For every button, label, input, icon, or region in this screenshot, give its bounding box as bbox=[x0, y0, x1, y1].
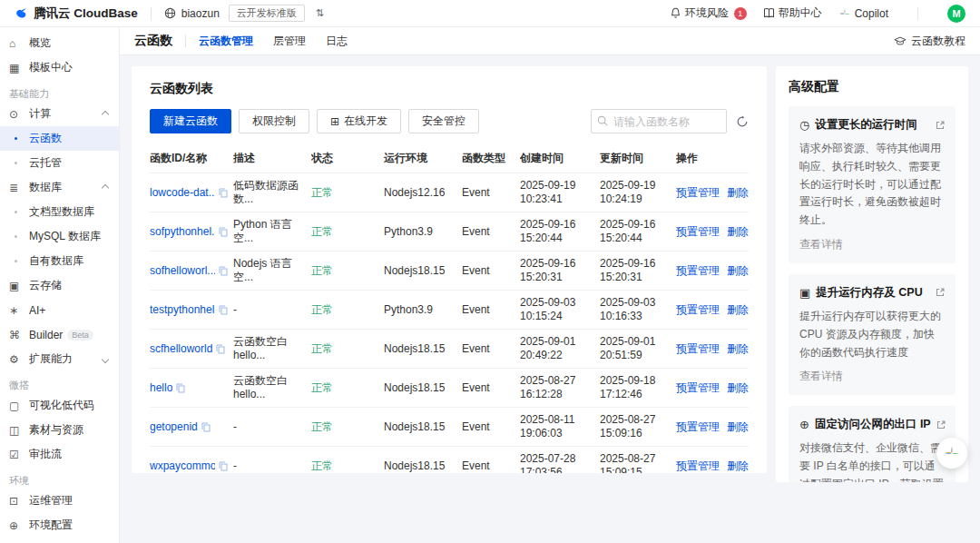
function-name-link[interactable]: getopenid bbox=[150, 420, 198, 434]
toolbar-button[interactable]: 权限控制 bbox=[239, 109, 309, 133]
tutorial-link[interactable]: 云函数教程 bbox=[894, 34, 965, 49]
help-center-label: 帮助中心 bbox=[779, 5, 822, 21]
sidebar-item[interactable]: 审批流 bbox=[0, 442, 119, 467]
sidebar-item[interactable]: 微搭 bbox=[0, 371, 119, 393]
function-name-link[interactable]: scfhelloworld bbox=[150, 342, 212, 356]
tab[interactable]: 云函数管理 bbox=[199, 34, 253, 49]
sidebar-item[interactable]: 自有数据库 bbox=[0, 249, 119, 273]
toolbar-button[interactable]: 在线开发 bbox=[317, 109, 401, 133]
delete-link[interactable]: 删除 bbox=[727, 264, 749, 278]
function-runtime: Python3.9 bbox=[384, 303, 462, 317]
sidebar-item[interactable]: 素材与资源 bbox=[0, 418, 119, 442]
divider bbox=[151, 7, 152, 20]
sidebar-item-label: 云托管 bbox=[29, 155, 62, 171]
env-risk-label: 环境风险 bbox=[685, 5, 729, 21]
advanced-config-card: 设置更长的运行时间 请求外部资源、等待其他调用响应、执行耗时较久、需要更长的运行… bbox=[789, 106, 956, 263]
sidebar-item[interactable]: 环境配置 bbox=[0, 513, 119, 538]
sidebar-item[interactable]: Builder Beta bbox=[0, 322, 119, 347]
column-header: 运行环境 bbox=[384, 151, 462, 166]
external-link-icon[interactable] bbox=[936, 121, 945, 130]
copy-icon[interactable] bbox=[201, 422, 211, 432]
sidebar-item[interactable]: 计算 bbox=[0, 102, 119, 126]
external-link-icon[interactable] bbox=[936, 288, 945, 297]
sidebar-item[interactable]: 模板中心 bbox=[0, 55, 119, 80]
sidebar-item[interactable]: 环境 bbox=[0, 467, 119, 489]
switch-env-icon[interactable]: ⇅ bbox=[316, 7, 324, 19]
delete-link[interactable]: 删除 bbox=[727, 186, 749, 200]
copilot-button[interactable]: Copilot bbox=[838, 7, 888, 20]
view-details-link[interactable]: 查看详情 bbox=[799, 369, 843, 384]
sidebar-item[interactable]: 基础能力 bbox=[0, 80, 119, 102]
preset-manage-link[interactable]: 预置管理 bbox=[676, 342, 720, 356]
external-link-icon[interactable] bbox=[936, 420, 946, 429]
database-icon bbox=[9, 182, 29, 194]
env-risk-button[interactable]: 环境风险 1 bbox=[670, 5, 747, 21]
function-type: Event bbox=[462, 303, 520, 317]
copy-icon[interactable] bbox=[216, 344, 225, 354]
function-name-link[interactable]: wxpaycommon bbox=[150, 459, 215, 473]
sidebar-item[interactable]: 文档型数据库 bbox=[0, 200, 119, 224]
approval-icon bbox=[9, 449, 29, 461]
tab[interactable]: 日志 bbox=[326, 34, 348, 49]
sidebar-item[interactable]: MySQL 数据库 bbox=[0, 224, 119, 249]
sidebar-item[interactable]: 云存储 bbox=[0, 273, 119, 298]
preset-manage-link[interactable]: 预置管理 bbox=[676, 303, 720, 317]
delete-link[interactable]: 删除 bbox=[727, 459, 749, 473]
sidebar-item[interactable]: 云函数 bbox=[0, 126, 119, 151]
copy-icon[interactable] bbox=[219, 461, 228, 471]
chevron-icon[interactable] bbox=[102, 355, 109, 362]
function-name-link[interactable]: lowcode-dat... bbox=[150, 186, 215, 200]
sidebar-item[interactable]: 扩展能力 bbox=[0, 347, 119, 371]
delete-link[interactable]: 删除 bbox=[727, 420, 749, 434]
function-runtime: Python3.9 bbox=[384, 225, 462, 239]
preset-manage-link[interactable]: 预置管理 bbox=[676, 381, 720, 395]
logo-text: 腾讯云 CloudBase bbox=[34, 5, 138, 22]
cloudbase-logo[interactable]: 腾讯云 CloudBase bbox=[15, 5, 138, 22]
preset-manage-link[interactable]: 预置管理 bbox=[676, 225, 720, 239]
search-input[interactable] bbox=[591, 109, 727, 133]
preset-manage-link[interactable]: 预置管理 bbox=[676, 186, 720, 200]
function-name-link[interactable]: sofhelloworl... bbox=[150, 264, 215, 278]
help-center-button[interactable]: 帮助中心 bbox=[763, 5, 822, 21]
preset-manage-link[interactable]: 预置管理 bbox=[676, 459, 720, 473]
sidebar-item[interactable]: 可视化低代码 bbox=[0, 393, 119, 418]
copy-icon[interactable] bbox=[219, 188, 228, 198]
copy-icon[interactable] bbox=[219, 266, 228, 276]
function-name-link[interactable]: testpythonhello bbox=[150, 303, 215, 317]
copy-icon[interactable] bbox=[219, 305, 228, 315]
tab[interactable]: 层管理 bbox=[273, 34, 306, 49]
sidebar-item[interactable]: 数据库 bbox=[0, 175, 119, 200]
sidebar-item[interactable]: 运维管理 bbox=[0, 489, 119, 513]
sidebar-item[interactable]: AI+ bbox=[0, 298, 119, 322]
copy-icon[interactable] bbox=[176, 383, 185, 393]
toolbar-button[interactable]: 安全管控 bbox=[408, 109, 479, 133]
user-avatar[interactable]: M bbox=[947, 5, 965, 23]
chevron-icon[interactable] bbox=[102, 110, 109, 117]
delete-link[interactable]: 删除 bbox=[727, 381, 749, 395]
delete-link[interactable]: 删除 bbox=[727, 342, 749, 356]
delete-link[interactable]: 删除 bbox=[727, 225, 749, 239]
function-name-link[interactable]: sofpythonhel... bbox=[150, 225, 215, 239]
cpu-icon bbox=[799, 286, 810, 300]
copy-icon[interactable] bbox=[219, 227, 228, 237]
function-desc: - bbox=[233, 303, 311, 317]
sidebar-item[interactable]: 概览 bbox=[0, 31, 119, 55]
view-details-link[interactable]: 查看详情 bbox=[799, 237, 843, 252]
preset-manage-link[interactable]: 预置管理 bbox=[676, 420, 720, 434]
chevron-icon[interactable] bbox=[102, 183, 109, 191]
preset-manage-link[interactable]: 预置管理 bbox=[676, 264, 720, 278]
sidebar-item[interactable]: 云托管 bbox=[0, 151, 119, 175]
delete-link[interactable]: 删除 bbox=[727, 303, 749, 317]
create-function-button[interactable]: 新建云函数 bbox=[150, 109, 231, 133]
copilot-fab-button[interactable] bbox=[936, 438, 967, 469]
card-title: 设置更长的运行时间 bbox=[815, 117, 917, 133]
book-icon bbox=[763, 7, 775, 19]
sidebar-item[interactable]: 套餐用量 bbox=[0, 538, 119, 543]
refresh-button[interactable] bbox=[736, 115, 749, 128]
environment-selector[interactable]: biaozun 云开发标准版 ⇅ bbox=[164, 5, 324, 22]
sidebar-item-label: 概览 bbox=[29, 35, 51, 51]
function-type: Event bbox=[462, 420, 520, 434]
plan-tag[interactable]: 云开发标准版 bbox=[229, 5, 305, 22]
function-name-link[interactable]: hello bbox=[150, 381, 172, 395]
column-header: 更新时间 bbox=[600, 151, 676, 166]
